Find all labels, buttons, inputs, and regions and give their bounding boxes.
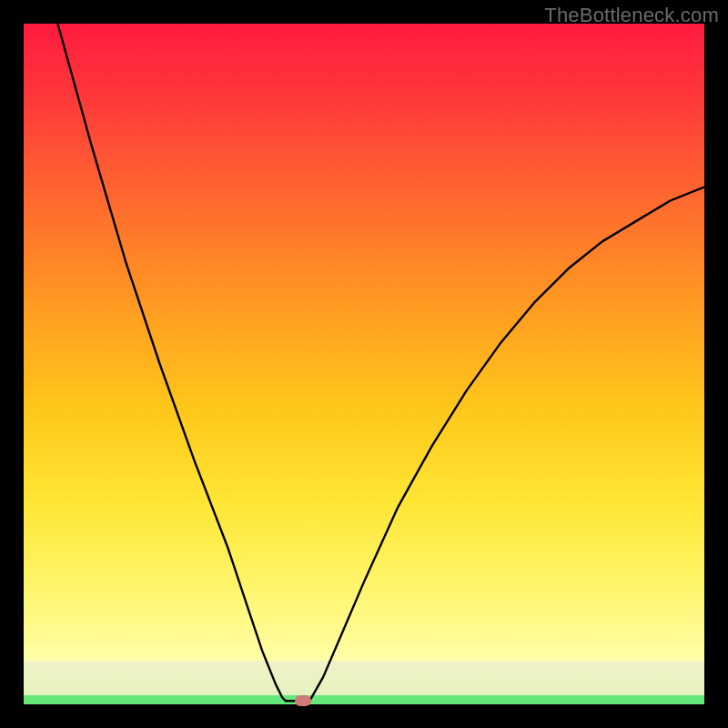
chart-frame: TheBottleneck.com: [0, 0, 728, 728]
bottleneck-curve: [24, 24, 704, 704]
optimum-marker: [295, 695, 311, 706]
watermark-text: TheBottleneck.com: [544, 4, 719, 27]
plot-area: [24, 24, 704, 704]
